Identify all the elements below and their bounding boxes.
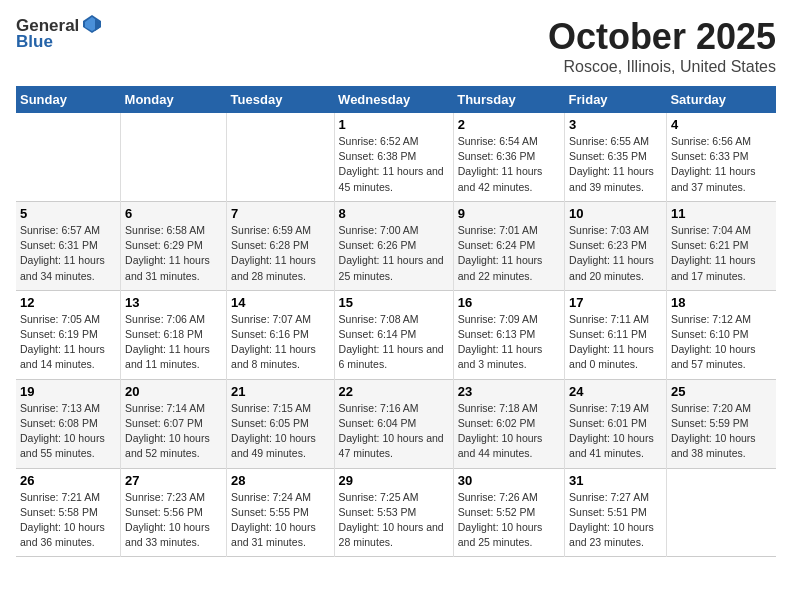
day-number: 3 bbox=[569, 117, 662, 132]
calendar-cell: 11Sunrise: 7:04 AMSunset: 6:21 PMDayligh… bbox=[666, 201, 776, 290]
calendar-cell: 26Sunrise: 7:21 AMSunset: 5:58 PMDayligh… bbox=[16, 468, 121, 557]
logo-icon bbox=[81, 13, 103, 35]
day-info: Sunrise: 7:24 AMSunset: 5:55 PMDaylight:… bbox=[231, 490, 330, 551]
day-header-tuesday: Tuesday bbox=[227, 86, 335, 113]
day-number: 22 bbox=[339, 384, 449, 399]
month-title: October 2025 bbox=[548, 16, 776, 58]
calendar-cell: 28Sunrise: 7:24 AMSunset: 5:55 PMDayligh… bbox=[227, 468, 335, 557]
day-info: Sunrise: 7:18 AMSunset: 6:02 PMDaylight:… bbox=[458, 401, 560, 462]
day-header-wednesday: Wednesday bbox=[334, 86, 453, 113]
day-number: 8 bbox=[339, 206, 449, 221]
day-number: 30 bbox=[458, 473, 560, 488]
day-number: 6 bbox=[125, 206, 222, 221]
day-info: Sunrise: 7:04 AMSunset: 6:21 PMDaylight:… bbox=[671, 223, 772, 284]
title-area: October 2025 Roscoe, Illinois, United St… bbox=[548, 16, 776, 76]
day-number: 10 bbox=[569, 206, 662, 221]
calendar-cell: 25Sunrise: 7:20 AMSunset: 5:59 PMDayligh… bbox=[666, 379, 776, 468]
day-info: Sunrise: 7:01 AMSunset: 6:24 PMDaylight:… bbox=[458, 223, 560, 284]
day-header-thursday: Thursday bbox=[453, 86, 564, 113]
header: General Blue October 2025 Roscoe, Illino… bbox=[16, 16, 776, 76]
calendar-cell bbox=[121, 113, 227, 201]
calendar-cell: 27Sunrise: 7:23 AMSunset: 5:56 PMDayligh… bbox=[121, 468, 227, 557]
day-info: Sunrise: 7:12 AMSunset: 6:10 PMDaylight:… bbox=[671, 312, 772, 373]
day-info: Sunrise: 7:05 AMSunset: 6:19 PMDaylight:… bbox=[20, 312, 116, 373]
day-number: 21 bbox=[231, 384, 330, 399]
calendar-cell: 4Sunrise: 6:56 AMSunset: 6:33 PMDaylight… bbox=[666, 113, 776, 201]
calendar-cell: 8Sunrise: 7:00 AMSunset: 6:26 PMDaylight… bbox=[334, 201, 453, 290]
calendar-cell: 1Sunrise: 6:52 AMSunset: 6:38 PMDaylight… bbox=[334, 113, 453, 201]
calendar-cell: 31Sunrise: 7:27 AMSunset: 5:51 PMDayligh… bbox=[565, 468, 667, 557]
day-info: Sunrise: 7:27 AMSunset: 5:51 PMDaylight:… bbox=[569, 490, 662, 551]
calendar-cell: 24Sunrise: 7:19 AMSunset: 6:01 PMDayligh… bbox=[565, 379, 667, 468]
calendar-cell: 30Sunrise: 7:26 AMSunset: 5:52 PMDayligh… bbox=[453, 468, 564, 557]
day-info: Sunrise: 6:58 AMSunset: 6:29 PMDaylight:… bbox=[125, 223, 222, 284]
week-row-5: 26Sunrise: 7:21 AMSunset: 5:58 PMDayligh… bbox=[16, 468, 776, 557]
day-info: Sunrise: 7:26 AMSunset: 5:52 PMDaylight:… bbox=[458, 490, 560, 551]
day-info: Sunrise: 7:25 AMSunset: 5:53 PMDaylight:… bbox=[339, 490, 449, 551]
day-info: Sunrise: 6:52 AMSunset: 6:38 PMDaylight:… bbox=[339, 134, 449, 195]
day-number: 15 bbox=[339, 295, 449, 310]
calendar-cell: 19Sunrise: 7:13 AMSunset: 6:08 PMDayligh… bbox=[16, 379, 121, 468]
day-info: Sunrise: 7:03 AMSunset: 6:23 PMDaylight:… bbox=[569, 223, 662, 284]
day-header-friday: Friday bbox=[565, 86, 667, 113]
calendar-cell: 3Sunrise: 6:55 AMSunset: 6:35 PMDaylight… bbox=[565, 113, 667, 201]
week-row-4: 19Sunrise: 7:13 AMSunset: 6:08 PMDayligh… bbox=[16, 379, 776, 468]
day-number: 25 bbox=[671, 384, 772, 399]
calendar-cell: 16Sunrise: 7:09 AMSunset: 6:13 PMDayligh… bbox=[453, 290, 564, 379]
day-number: 16 bbox=[458, 295, 560, 310]
day-info: Sunrise: 7:08 AMSunset: 6:14 PMDaylight:… bbox=[339, 312, 449, 373]
calendar-cell: 14Sunrise: 7:07 AMSunset: 6:16 PMDayligh… bbox=[227, 290, 335, 379]
day-number: 31 bbox=[569, 473, 662, 488]
calendar-cell: 13Sunrise: 7:06 AMSunset: 6:18 PMDayligh… bbox=[121, 290, 227, 379]
day-info: Sunrise: 7:09 AMSunset: 6:13 PMDaylight:… bbox=[458, 312, 560, 373]
day-number: 13 bbox=[125, 295, 222, 310]
calendar-cell: 23Sunrise: 7:18 AMSunset: 6:02 PMDayligh… bbox=[453, 379, 564, 468]
logo: General Blue bbox=[16, 16, 103, 52]
calendar-cell: 18Sunrise: 7:12 AMSunset: 6:10 PMDayligh… bbox=[666, 290, 776, 379]
calendar-cell: 20Sunrise: 7:14 AMSunset: 6:07 PMDayligh… bbox=[121, 379, 227, 468]
day-header-monday: Monday bbox=[121, 86, 227, 113]
day-info: Sunrise: 7:14 AMSunset: 6:07 PMDaylight:… bbox=[125, 401, 222, 462]
day-number: 28 bbox=[231, 473, 330, 488]
day-info: Sunrise: 7:20 AMSunset: 5:59 PMDaylight:… bbox=[671, 401, 772, 462]
calendar-cell: 7Sunrise: 6:59 AMSunset: 6:28 PMDaylight… bbox=[227, 201, 335, 290]
calendar-cell: 5Sunrise: 6:57 AMSunset: 6:31 PMDaylight… bbox=[16, 201, 121, 290]
day-number: 12 bbox=[20, 295, 116, 310]
day-info: Sunrise: 6:59 AMSunset: 6:28 PMDaylight:… bbox=[231, 223, 330, 284]
day-number: 1 bbox=[339, 117, 449, 132]
calendar-cell bbox=[227, 113, 335, 201]
day-info: Sunrise: 7:13 AMSunset: 6:08 PMDaylight:… bbox=[20, 401, 116, 462]
calendar-cell bbox=[16, 113, 121, 201]
day-number: 24 bbox=[569, 384, 662, 399]
day-info: Sunrise: 7:00 AMSunset: 6:26 PMDaylight:… bbox=[339, 223, 449, 284]
day-number: 7 bbox=[231, 206, 330, 221]
day-info: Sunrise: 7:06 AMSunset: 6:18 PMDaylight:… bbox=[125, 312, 222, 373]
location: Roscoe, Illinois, United States bbox=[548, 58, 776, 76]
day-number: 2 bbox=[458, 117, 560, 132]
calendar-cell: 10Sunrise: 7:03 AMSunset: 6:23 PMDayligh… bbox=[565, 201, 667, 290]
day-number: 18 bbox=[671, 295, 772, 310]
day-info: Sunrise: 7:23 AMSunset: 5:56 PMDaylight:… bbox=[125, 490, 222, 551]
calendar-cell: 9Sunrise: 7:01 AMSunset: 6:24 PMDaylight… bbox=[453, 201, 564, 290]
day-info: Sunrise: 7:16 AMSunset: 6:04 PMDaylight:… bbox=[339, 401, 449, 462]
day-info: Sunrise: 7:19 AMSunset: 6:01 PMDaylight:… bbox=[569, 401, 662, 462]
day-number: 29 bbox=[339, 473, 449, 488]
week-row-1: 1Sunrise: 6:52 AMSunset: 6:38 PMDaylight… bbox=[16, 113, 776, 201]
calendar-cell: 12Sunrise: 7:05 AMSunset: 6:19 PMDayligh… bbox=[16, 290, 121, 379]
calendar-cell: 15Sunrise: 7:08 AMSunset: 6:14 PMDayligh… bbox=[334, 290, 453, 379]
day-number: 14 bbox=[231, 295, 330, 310]
day-info: Sunrise: 7:21 AMSunset: 5:58 PMDaylight:… bbox=[20, 490, 116, 551]
day-number: 5 bbox=[20, 206, 116, 221]
day-number: 23 bbox=[458, 384, 560, 399]
day-info: Sunrise: 6:54 AMSunset: 6:36 PMDaylight:… bbox=[458, 134, 560, 195]
day-header-sunday: Sunday bbox=[16, 86, 121, 113]
calendar-cell: 17Sunrise: 7:11 AMSunset: 6:11 PMDayligh… bbox=[565, 290, 667, 379]
calendar-cell: 29Sunrise: 7:25 AMSunset: 5:53 PMDayligh… bbox=[334, 468, 453, 557]
calendar-cell: 6Sunrise: 6:58 AMSunset: 6:29 PMDaylight… bbox=[121, 201, 227, 290]
day-number: 26 bbox=[20, 473, 116, 488]
calendar-cell: 2Sunrise: 6:54 AMSunset: 6:36 PMDaylight… bbox=[453, 113, 564, 201]
day-info: Sunrise: 6:56 AMSunset: 6:33 PMDaylight:… bbox=[671, 134, 772, 195]
day-number: 11 bbox=[671, 206, 772, 221]
day-info: Sunrise: 7:15 AMSunset: 6:05 PMDaylight:… bbox=[231, 401, 330, 462]
day-number: 27 bbox=[125, 473, 222, 488]
